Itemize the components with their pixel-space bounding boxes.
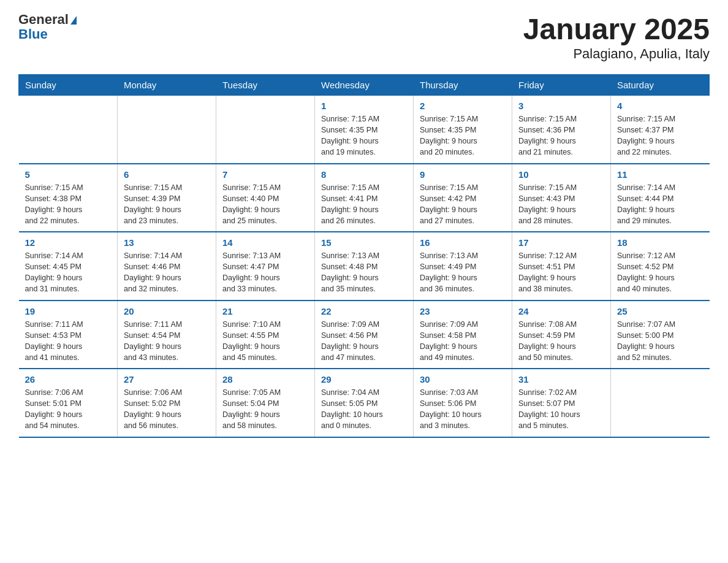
day-info: Sunrise: 7:13 AM Sunset: 4:47 PM Dayligh… — [222, 250, 308, 295]
day-info: Sunrise: 7:02 AM Sunset: 5:07 PM Dayligh… — [518, 387, 604, 432]
logo-blue-text: Blue — [18, 27, 77, 42]
week-row-3: 12Sunrise: 7:14 AM Sunset: 4:45 PM Dayli… — [19, 232, 710, 301]
day-number: 22 — [321, 306, 407, 316]
page-header: General Blue January 2025 Palagiano, Apu… — [18, 12, 710, 62]
calendar-cell: 13Sunrise: 7:14 AM Sunset: 4:46 PM Dayli… — [118, 232, 216, 301]
calendar-cell: 6Sunrise: 7:15 AM Sunset: 4:39 PM Daylig… — [118, 164, 216, 232]
day-number: 26 — [25, 374, 112, 385]
day-number: 18 — [617, 237, 703, 248]
day-number: 1 — [321, 101, 407, 111]
logo-triangle-icon — [70, 16, 77, 25]
day-number: 6 — [124, 169, 210, 180]
calendar-cell: 18Sunrise: 7:12 AM Sunset: 4:52 PM Dayli… — [611, 232, 710, 301]
calendar-cell: 26Sunrise: 7:06 AM Sunset: 5:01 PM Dayli… — [19, 369, 118, 437]
calendar-cell: 24Sunrise: 7:08 AM Sunset: 4:59 PM Dayli… — [512, 301, 611, 369]
week-row-5: 26Sunrise: 7:06 AM Sunset: 5:01 PM Dayli… — [19, 369, 710, 437]
calendar-cell: 4Sunrise: 7:15 AM Sunset: 4:37 PM Daylig… — [611, 96, 710, 164]
calendar-cell: 2Sunrise: 7:15 AM Sunset: 4:35 PM Daylig… — [414, 96, 512, 164]
day-info: Sunrise: 7:15 AM Sunset: 4:42 PM Dayligh… — [420, 182, 506, 227]
calendar-subtitle: Palagiano, Apulia, Italy — [523, 46, 710, 62]
day-info: Sunrise: 7:15 AM Sunset: 4:37 PM Dayligh… — [617, 113, 703, 158]
calendar-cell: 31Sunrise: 7:02 AM Sunset: 5:07 PM Dayli… — [512, 369, 611, 437]
logo: General Blue — [18, 12, 77, 42]
header-cell-friday: Friday — [512, 75, 611, 96]
day-number: 28 — [222, 374, 308, 385]
header-cell-sunday: Sunday — [19, 75, 118, 96]
calendar-cell: 1Sunrise: 7:15 AM Sunset: 4:35 PM Daylig… — [315, 96, 414, 164]
calendar-cell: 29Sunrise: 7:04 AM Sunset: 5:05 PM Dayli… — [315, 369, 414, 437]
day-info: Sunrise: 7:10 AM Sunset: 4:55 PM Dayligh… — [222, 319, 308, 364]
day-number: 9 — [420, 169, 506, 180]
day-number: 5 — [25, 169, 112, 180]
day-info: Sunrise: 7:12 AM Sunset: 4:51 PM Dayligh… — [518, 250, 604, 295]
day-number: 17 — [518, 237, 604, 248]
calendar-cell: 30Sunrise: 7:03 AM Sunset: 5:06 PM Dayli… — [414, 369, 512, 437]
calendar-cell: 12Sunrise: 7:14 AM Sunset: 4:45 PM Dayli… — [19, 232, 118, 301]
calendar-cell: 23Sunrise: 7:09 AM Sunset: 4:58 PM Dayli… — [414, 301, 512, 369]
calendar-cell — [19, 96, 118, 164]
day-number: 27 — [124, 374, 210, 385]
day-number: 15 — [321, 237, 407, 248]
day-info: Sunrise: 7:12 AM Sunset: 4:52 PM Dayligh… — [617, 250, 703, 295]
day-info: Sunrise: 7:15 AM Sunset: 4:43 PM Dayligh… — [518, 182, 604, 227]
logo-general-text: General — [18, 12, 69, 27]
calendar-cell: 7Sunrise: 7:15 AM Sunset: 4:40 PM Daylig… — [216, 164, 315, 232]
calendar-cell: 19Sunrise: 7:11 AM Sunset: 4:53 PM Dayli… — [19, 301, 118, 369]
day-info: Sunrise: 7:14 AM Sunset: 4:45 PM Dayligh… — [25, 250, 112, 295]
day-number: 21 — [222, 306, 308, 316]
header-row: SundayMondayTuesdayWednesdayThursdayFrid… — [19, 75, 710, 96]
day-number: 24 — [518, 306, 604, 316]
calendar-cell: 14Sunrise: 7:13 AM Sunset: 4:47 PM Dayli… — [216, 232, 315, 301]
day-number: 4 — [617, 101, 703, 111]
day-number: 10 — [518, 169, 604, 180]
calendar-cell: 10Sunrise: 7:15 AM Sunset: 4:43 PM Dayli… — [512, 164, 611, 232]
calendar-cell — [216, 96, 315, 164]
calendar-cell: 5Sunrise: 7:15 AM Sunset: 4:38 PM Daylig… — [19, 164, 118, 232]
day-number: 11 — [617, 169, 703, 180]
calendar-cell: 22Sunrise: 7:09 AM Sunset: 4:56 PM Dayli… — [315, 301, 414, 369]
calendar-cell: 17Sunrise: 7:12 AM Sunset: 4:51 PM Dayli… — [512, 232, 611, 301]
calendar-cell — [611, 369, 710, 437]
day-number: 31 — [518, 374, 604, 385]
calendar-body: 1Sunrise: 7:15 AM Sunset: 4:35 PM Daylig… — [19, 96, 710, 437]
day-info: Sunrise: 7:04 AM Sunset: 5:05 PM Dayligh… — [321, 387, 407, 432]
title-block: January 2025 Palagiano, Apulia, Italy — [523, 12, 710, 62]
calendar-header: SundayMondayTuesdayWednesdayThursdayFrid… — [19, 75, 710, 96]
day-info: Sunrise: 7:15 AM Sunset: 4:35 PM Dayligh… — [321, 113, 407, 158]
day-number: 14 — [222, 237, 308, 248]
header-cell-wednesday: Wednesday — [315, 75, 414, 96]
header-cell-monday: Monday — [118, 75, 216, 96]
day-info: Sunrise: 7:11 AM Sunset: 4:53 PM Dayligh… — [25, 319, 112, 364]
calendar-cell: 3Sunrise: 7:15 AM Sunset: 4:36 PM Daylig… — [512, 96, 611, 164]
day-info: Sunrise: 7:13 AM Sunset: 4:48 PM Dayligh… — [321, 250, 407, 295]
calendar-table: SundayMondayTuesdayWednesdayThursdayFrid… — [18, 74, 710, 438]
day-number: 23 — [420, 306, 506, 316]
day-info: Sunrise: 7:06 AM Sunset: 5:02 PM Dayligh… — [124, 387, 210, 432]
day-number: 30 — [420, 374, 506, 385]
calendar-title: January 2025 — [523, 12, 710, 46]
calendar-cell: 21Sunrise: 7:10 AM Sunset: 4:55 PM Dayli… — [216, 301, 315, 369]
day-info: Sunrise: 7:06 AM Sunset: 5:01 PM Dayligh… — [25, 387, 112, 432]
day-number: 25 — [617, 306, 703, 316]
calendar-cell: 20Sunrise: 7:11 AM Sunset: 4:54 PM Dayli… — [118, 301, 216, 369]
day-number: 16 — [420, 237, 506, 248]
day-number: 13 — [124, 237, 210, 248]
calendar-cell: 11Sunrise: 7:14 AM Sunset: 4:44 PM Dayli… — [611, 164, 710, 232]
day-number: 8 — [321, 169, 407, 180]
week-row-4: 19Sunrise: 7:11 AM Sunset: 4:53 PM Dayli… — [19, 301, 710, 369]
calendar-cell: 9Sunrise: 7:15 AM Sunset: 4:42 PM Daylig… — [414, 164, 512, 232]
day-info: Sunrise: 7:15 AM Sunset: 4:39 PM Dayligh… — [124, 182, 210, 227]
header-cell-saturday: Saturday — [611, 75, 710, 96]
day-info: Sunrise: 7:15 AM Sunset: 4:35 PM Dayligh… — [420, 113, 506, 158]
calendar-cell: 28Sunrise: 7:05 AM Sunset: 5:04 PM Dayli… — [216, 369, 315, 437]
day-info: Sunrise: 7:07 AM Sunset: 5:00 PM Dayligh… — [617, 319, 703, 364]
day-number: 7 — [222, 169, 308, 180]
day-number: 2 — [420, 101, 506, 111]
week-row-2: 5Sunrise: 7:15 AM Sunset: 4:38 PM Daylig… — [19, 164, 710, 232]
day-info: Sunrise: 7:08 AM Sunset: 4:59 PM Dayligh… — [518, 319, 604, 364]
calendar-cell: 25Sunrise: 7:07 AM Sunset: 5:00 PM Dayli… — [611, 301, 710, 369]
day-number: 19 — [25, 306, 112, 316]
header-cell-tuesday: Tuesday — [216, 75, 315, 96]
day-info: Sunrise: 7:03 AM Sunset: 5:06 PM Dayligh… — [420, 387, 506, 432]
day-info: Sunrise: 7:05 AM Sunset: 5:04 PM Dayligh… — [222, 387, 308, 432]
